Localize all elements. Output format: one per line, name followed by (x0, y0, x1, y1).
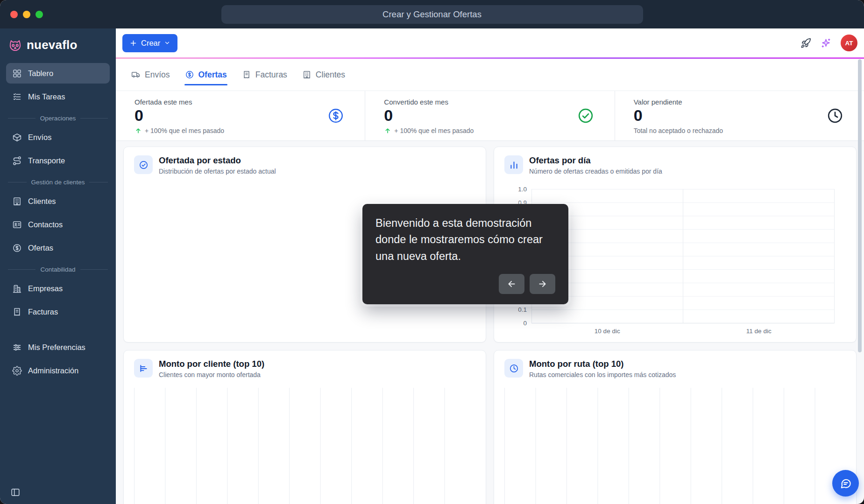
topbar-actions: AT (800, 35, 857, 51)
avatar[interactable]: AT (841, 35, 857, 51)
stat-value: 0 (135, 107, 346, 123)
sidebar-section-label: Operaciones (40, 115, 76, 122)
stat-ofertada-este-mes: Ofertada este mes 0 + 100% que el mes pa… (116, 91, 365, 140)
sidebar-section-label: Gestión de clientes (31, 179, 85, 186)
horizontal-bar-chart-icon (134, 359, 153, 378)
card-header: Monto por cliente (top 10) Clientes con … (134, 359, 475, 378)
card-title: Monto por cliente (top 10) (159, 359, 264, 369)
sidebar-item-label: Ofertas (28, 244, 53, 252)
card-subtitle: Número de ofertas creadas o emitidas por… (529, 168, 662, 175)
sidebar-section-label: Contabilidad (40, 266, 75, 273)
panel-left-icon (10, 487, 21, 497)
card-title: Ofertas por día (529, 155, 662, 166)
sidebar-section-gestion-de-clientes: Gestión de clientes (8, 179, 108, 186)
stat-delta-text: Total no aceptado o rechazado (634, 127, 723, 134)
stat-label: Valor pendiente (634, 98, 845, 106)
card-monto-por-ruta: Monto por ruta (top 10) Rutas comerciale… (494, 350, 857, 504)
card-header-text: Ofertas por día Número de ofertas creada… (529, 155, 662, 175)
check-circle-icon (577, 107, 594, 124)
arrow-up-icon (135, 127, 142, 134)
bar-chart-icon (504, 155, 523, 174)
topbar: Crear AT (116, 28, 864, 57)
window-title-text: Crear y Gestionar Ofertas (382, 9, 482, 20)
dollar-circle-icon (327, 107, 344, 124)
plus-icon (129, 39, 137, 47)
contact-card-icon (12, 220, 22, 230)
card-subtitle: Rutas comerciales con los importes más c… (529, 371, 676, 378)
create-button[interactable]: Crear (122, 34, 177, 52)
arrow-right-icon (538, 279, 547, 289)
sidebar-item-label: Mis Preferencias (28, 343, 85, 352)
sidebar-item-envios[interactable]: Envíos (6, 127, 110, 147)
tab-label: Clientes (316, 70, 345, 80)
minimize-window-button[interactable] (23, 11, 30, 18)
sidebar-item-label: Mis Tareas (28, 92, 65, 101)
stat-delta-text: + 100% que el mes pasado (394, 127, 474, 134)
x-axis-tick: 11 de dic (746, 328, 772, 335)
sidebar-item-label: Contactos (28, 220, 63, 229)
stat-value: 0 (634, 107, 845, 123)
sidebar-item-contactos[interactable]: Contactos (6, 214, 110, 235)
card-subtitle: Distribución de ofertas por estado actua… (159, 168, 276, 175)
tab-label: Facturas (255, 70, 287, 80)
stat-label: Ofertada este mes (135, 98, 346, 106)
rocket-button[interactable] (800, 38, 811, 49)
route-icon (12, 156, 22, 166)
sidebar-item-mis-preferencias[interactable]: Mis Preferencias (6, 337, 110, 357)
chat-icon (840, 477, 852, 490)
card-header-text: Ofertada por estado Distribución de ofer… (159, 155, 276, 175)
arrow-up-icon (384, 127, 391, 134)
dollar-circle-icon (185, 70, 194, 79)
clock-icon (504, 359, 523, 378)
tasks-icon (12, 92, 22, 102)
card-header-text: Monto por ruta (top 10) Rutas comerciale… (529, 359, 676, 378)
tour-prev-button[interactable] (499, 274, 524, 294)
stat-value: 0 (384, 107, 595, 123)
dashboard-content: Ofertada por estado Distribución de ofer… (116, 141, 864, 504)
gear-icon (12, 366, 22, 376)
tab-envios[interactable]: Envíos (131, 66, 170, 84)
create-button-label: Crear (141, 39, 160, 48)
x-axis-tick: 10 de dic (595, 328, 620, 335)
invoice-icon (12, 307, 22, 317)
card-header: Monto por ruta (top 10) Rutas comerciale… (504, 359, 846, 378)
zoom-window-button[interactable] (35, 11, 43, 18)
card-monto-por-cliente: Monto por cliente (top 10) Clientes con … (123, 350, 486, 504)
card-subtitle: Clientes con mayor monto ofertada (159, 371, 264, 378)
ai-assistant-button[interactable] (821, 38, 831, 49)
scrollbar-thumb[interactable] (858, 59, 862, 352)
dashboard-icon (12, 69, 22, 78)
stat-label: Convertido este mes (384, 98, 595, 106)
sidebar-spacer (6, 323, 110, 336)
tour-next-button[interactable] (530, 274, 555, 294)
brand: nuevaflo (6, 37, 110, 62)
tab-ofertas[interactable]: Ofertas (184, 66, 227, 84)
sidebar-item-ofertas[interactable]: Ofertas (6, 238, 110, 258)
sidebar-item-tablero[interactable]: Tablero (6, 63, 110, 84)
buildings-icon (12, 284, 22, 294)
close-window-button[interactable] (10, 11, 18, 18)
truck-icon (131, 70, 141, 79)
sidebar-item-facturas[interactable]: Facturas (6, 301, 110, 322)
chat-button[interactable] (832, 470, 859, 497)
sidebar-item-administracion[interactable]: Administración (6, 360, 110, 381)
tab-label: Ofertas (198, 70, 227, 80)
dollar-circle-icon (12, 243, 22, 253)
tab-label: Envíos (145, 70, 170, 80)
rocket-icon (800, 38, 811, 49)
brand-name: nuevaflo (27, 38, 78, 52)
receipt-icon (242, 70, 251, 79)
sidebar-item-mis-tareas[interactable]: Mis Tareas (6, 86, 110, 107)
sidebar-item-empresas[interactable]: Empresas (6, 278, 110, 299)
tab-clientes[interactable]: Clientes (302, 66, 346, 84)
collapse-sidebar-button[interactable] (10, 487, 21, 497)
monto-por-cliente-plot (134, 388, 475, 504)
sidebar-item-transporte[interactable]: Transporte (6, 150, 110, 171)
window-controls (10, 0, 43, 28)
sidebar-item-clientes[interactable]: Clientes (6, 191, 110, 211)
sidebar-item-label: Envíos (28, 133, 51, 142)
tab-facturas[interactable]: Facturas (241, 66, 288, 84)
stat-delta: + 100% que el mes pasado (384, 127, 595, 134)
sidebar-section-contabilidad: Contabilidad (8, 266, 108, 273)
stats-row: Ofertada este mes 0 + 100% que el mes pa… (116, 91, 864, 141)
